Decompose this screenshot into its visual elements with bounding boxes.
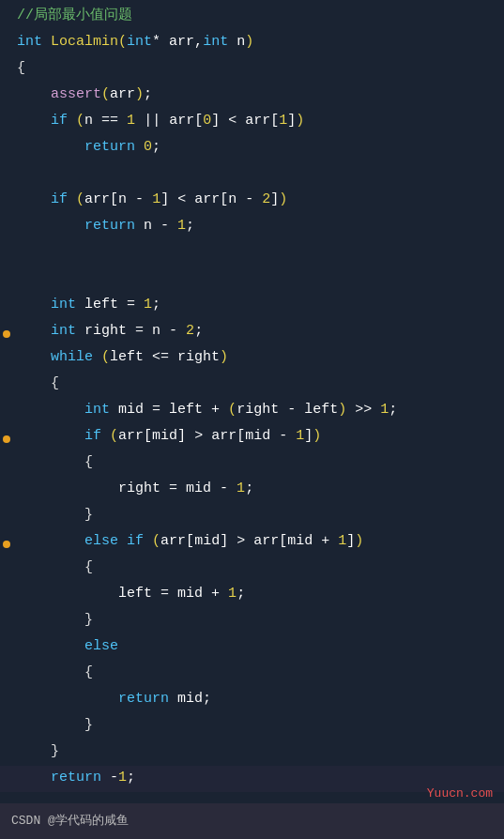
code-line: } — [13, 504, 504, 526]
code-line: if (arr[n - 1] < arr[n - 2]) — [13, 189, 504, 210]
line-while: while (left <= right) — [0, 345, 504, 372]
line-blank3 — [0, 267, 504, 293]
line-else-if-open: { — [0, 556, 504, 582]
code-line: int right = n - 2; — [13, 320, 504, 342]
line-else-if: else if (arr[mid] > arr[mid + 1]) — [0, 529, 504, 556]
status-text: CSDN @学代码的咸鱼 — [11, 812, 129, 831]
code-line: if (arr[mid] > arr[mid - 1]) — [13, 425, 504, 447]
line-right-decl: int right = n - 2; — [0, 319, 504, 345]
func-name: Localmin — [51, 34, 118, 50]
line-else-close: } — [0, 713, 504, 740]
code-line: else if (arr[mid] > arr[mid + 1]) — [13, 530, 504, 552]
comment-text: //局部最小值问题 — [17, 8, 132, 23]
line-return0: return 0; — [0, 135, 504, 161]
line-else-open: { — [0, 661, 504, 687]
line-else: else — [0, 634, 504, 661]
code-line: int left = 1; — [13, 294, 504, 315]
code-area: //局部最小值问题 int Localmin(int* arr,int n) {… — [0, 0, 504, 796]
code-line: while (left <= right) — [13, 346, 504, 368]
line-func-decl: int Localmin(int* arr,int n) — [0, 30, 504, 56]
code-line: left = mid + 1; — [13, 583, 504, 604]
line-if2: if (arr[n - 1] < arr[n - 2]) — [0, 188, 504, 214]
line-open-brace: { — [0, 56, 504, 83]
code-line: } — [13, 740, 504, 762]
line-while-close: } — [0, 740, 504, 766]
line-return-n1: return n - 1; — [0, 214, 504, 240]
code-line — [13, 162, 504, 184]
line-left-assign: left = mid + 1; — [0, 582, 504, 608]
breakpoint-dot2 — [3, 435, 10, 443]
code-line: int Localmin(int* arr,int n) — [13, 31, 504, 53]
code-line: if (n == 1 || arr[0] < arr[1]) — [13, 110, 504, 131]
code-container: //局部最小值问题 int Localmin(int* arr,int n) {… — [0, 0, 504, 839]
status-bar: CSDN @学代码的咸鱼 — [0, 803, 504, 839]
line-if1: if (n == 1 || arr[0] < arr[1]) — [0, 109, 504, 135]
line-if-open1: { — [0, 450, 504, 477]
code-line — [13, 267, 504, 289]
code-line: right = mid - 1; — [13, 478, 504, 499]
code-line: } — [13, 609, 504, 631]
code-line: } — [13, 714, 504, 736]
breakpoint-dot3 — [3, 541, 10, 548]
code-line: return mid; — [13, 688, 504, 709]
line-assert: assert(arr); — [0, 83, 504, 109]
type-keyword: int — [17, 34, 42, 50]
code-line: { — [13, 373, 504, 394]
watermark: Yuucn.com — [427, 785, 493, 803]
code-line: { — [13, 557, 504, 578]
code-line: int mid = left + (right - left) >> 1; — [13, 399, 504, 420]
code-line: return 0; — [13, 136, 504, 158]
line-while-open: { — [0, 372, 504, 398]
line-right-assign: right = mid - 1; — [0, 477, 504, 503]
line-return-mid: return mid; — [0, 687, 504, 713]
code-line: { — [13, 451, 504, 473]
line-mid-decl: int mid = left + (right - left) >> 1; — [0, 398, 504, 424]
breakpoint-dot — [3, 330, 10, 338]
line-left-decl: int left = 1; — [0, 293, 504, 319]
code-line: { — [13, 57, 504, 79]
line-if-mid1: if (arr[mid] > arr[mid - 1]) — [0, 424, 504, 450]
line-else-if-close: } — [0, 608, 504, 634]
code-line: return n - 1; — [13, 215, 504, 236]
code-line: assert(arr); — [13, 84, 504, 105]
line-blank2 — [0, 240, 504, 267]
code-line: else — [13, 635, 504, 657]
code-line: //局部最小值问题 — [13, 5, 504, 26]
line-comment: //局部最小值问题 — [0, 4, 504, 30]
line-blank1 — [0, 161, 504, 188]
code-line — [13, 241, 504, 263]
line-if-close1: } — [0, 503, 504, 529]
macro-name: assert — [51, 86, 101, 102]
code-line: { — [13, 662, 504, 683]
